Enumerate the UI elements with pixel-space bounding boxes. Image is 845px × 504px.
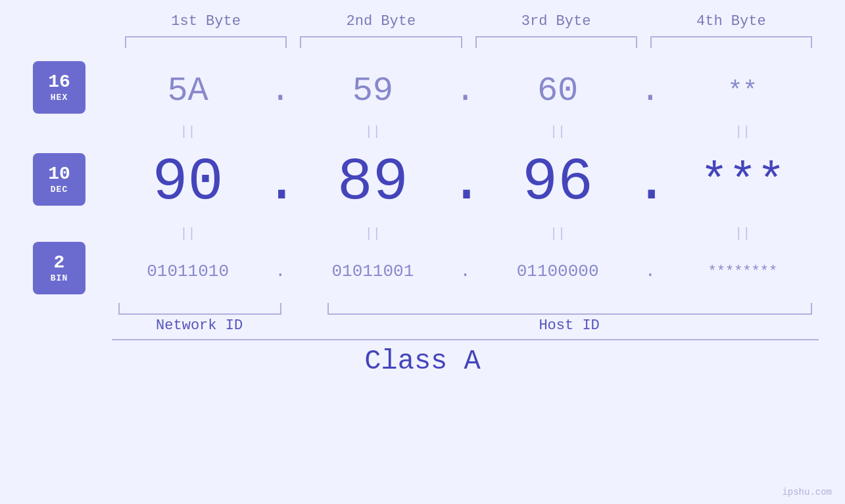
bin-dot3: . (634, 262, 667, 281)
bin-b1: 01011010 (112, 262, 264, 281)
id-labels-row: Network ID Host ID (112, 317, 819, 334)
dec-b3: 96 (482, 153, 634, 212)
dec-dot1: . (264, 153, 297, 212)
hex-dot1: . (264, 72, 297, 110)
bin-b2: 01011001 (297, 262, 448, 281)
eq1-3: || (482, 124, 634, 139)
eq2-3: || (482, 226, 634, 241)
bin-dot1: . (264, 262, 297, 281)
dec-badge-num: 10 (48, 164, 70, 185)
hex-b2: 59 (297, 72, 448, 110)
byte4-header: 4th Byte (644, 13, 819, 30)
bin-b4: ******** (667, 263, 819, 280)
hex-dot2: . (449, 72, 482, 110)
class-label: Class A (26, 346, 819, 377)
host-bracket (327, 303, 812, 315)
bin-values: 01011010 . 01011001 . 01100000 . *******… (112, 262, 819, 281)
byte3-header: 3rd Byte (469, 13, 644, 30)
hex-b1: 5A (112, 72, 264, 110)
dec-badge-wrapper: 10 DEC (26, 153, 112, 212)
hex-badge-label: HEX (51, 93, 68, 103)
host-id-label: Host ID (326, 317, 812, 334)
hex-b3: 60 (482, 72, 634, 110)
bracket2 (300, 36, 462, 48)
eq1-4: || (667, 124, 819, 139)
bottom-brackets (112, 303, 819, 315)
dec-dot3: . (634, 153, 667, 212)
eq1-2: || (297, 124, 448, 139)
hex-b4: ** (667, 77, 819, 105)
byte1-header: 1st Byte (118, 13, 293, 30)
eq2-4: || (667, 226, 819, 241)
network-bracket (118, 303, 281, 315)
hex-badge-wrapper: 16 HEX (26, 61, 112, 120)
bracket3 (475, 36, 637, 48)
bracket4 (650, 36, 812, 48)
bracket1 (125, 36, 287, 48)
network-id-label: Network ID (118, 317, 280, 334)
bin-badge-label: BIN (51, 273, 68, 283)
main-container: 1st Byte 2nd Byte 3rd Byte 4th Byte 16 H… (0, 0, 845, 504)
bin-badge-wrapper: 2 BIN (26, 242, 112, 301)
hex-dot3: . (634, 72, 667, 110)
hex-badge-num: 16 (48, 72, 70, 93)
equals-row-1: || || || || (26, 120, 819, 143)
eq2-2: || (297, 226, 448, 241)
dec-badge: 10 DEC (33, 153, 85, 206)
equals-values-1: || || || || (112, 124, 819, 139)
equals-row-2: || || || || (26, 222, 819, 245)
hex-badge: 16 HEX (33, 61, 85, 114)
equals-values-2: || || || || (112, 226, 819, 241)
dot-spacer2 (287, 317, 320, 334)
bin-b3: 01100000 (482, 262, 634, 281)
dot-spacer1 (288, 303, 321, 315)
dec-b2: 89 (297, 153, 448, 212)
bottom-full-line (112, 339, 819, 340)
hex-values: 5A . 59 . 60 . ** (112, 72, 819, 110)
hex-row-group: 16 HEX 5A . 59 . 60 . ** (26, 61, 819, 120)
dec-b1: 90 (112, 153, 264, 212)
watermark: ipshu.com (782, 487, 832, 497)
bin-row-group: 2 BIN 01011010 . 01011001 . 01100000 . (26, 245, 819, 298)
eq2-1: || (112, 226, 264, 241)
eq1-1: || (112, 124, 264, 139)
byte2-header: 2nd Byte (293, 13, 468, 30)
bin-badge-num: 2 (54, 253, 65, 273)
dec-badge-label: DEC (51, 185, 68, 195)
dec-b4: *** (667, 156, 819, 210)
dec-row-group: 10 DEC 90 . 89 . 96 . *** (26, 143, 819, 222)
bin-badge: 2 BIN (33, 242, 85, 294)
bin-dot2: . (449, 262, 482, 281)
dec-dot2: . (449, 153, 482, 212)
top-brackets (118, 36, 819, 48)
dec-values: 90 . 89 . 96 . *** (112, 153, 819, 212)
byte-headers: 1st Byte 2nd Byte 3rd Byte 4th Byte (118, 13, 819, 30)
